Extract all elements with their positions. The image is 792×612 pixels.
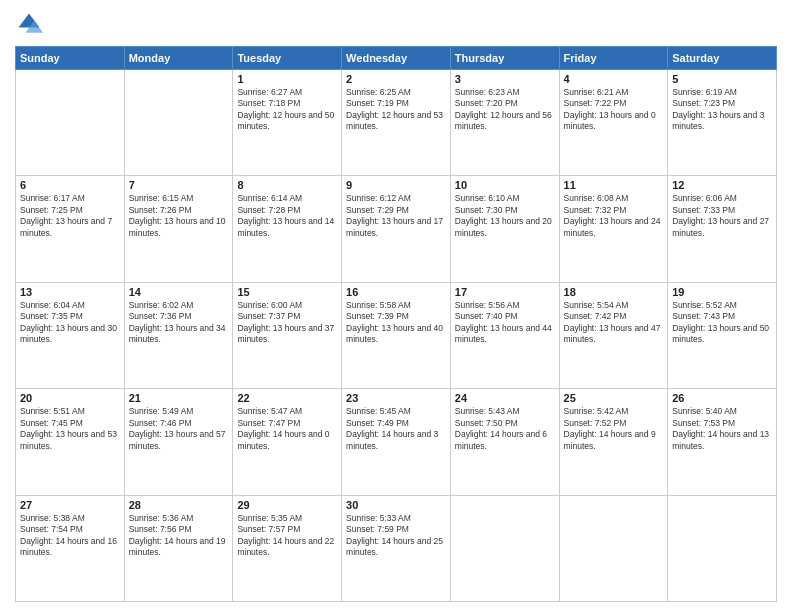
week-row-4: 20Sunrise: 5:51 AM Sunset: 7:45 PM Dayli… <box>16 389 777 495</box>
day-number: 20 <box>20 392 120 404</box>
weekday-header-wednesday: Wednesday <box>342 47 451 70</box>
day-number: 9 <box>346 179 446 191</box>
calendar-cell: 21Sunrise: 5:49 AM Sunset: 7:46 PM Dayli… <box>124 389 233 495</box>
calendar-cell: 26Sunrise: 5:40 AM Sunset: 7:53 PM Dayli… <box>668 389 777 495</box>
day-info: Sunrise: 6:06 AM Sunset: 7:33 PM Dayligh… <box>672 193 772 239</box>
weekday-header-saturday: Saturday <box>668 47 777 70</box>
calendar-cell: 13Sunrise: 6:04 AM Sunset: 7:35 PM Dayli… <box>16 282 125 388</box>
calendar-table: SundayMondayTuesdayWednesdayThursdayFrid… <box>15 46 777 602</box>
day-number: 25 <box>564 392 664 404</box>
day-number: 24 <box>455 392 555 404</box>
day-info: Sunrise: 6:21 AM Sunset: 7:22 PM Dayligh… <box>564 87 664 133</box>
calendar-cell <box>559 495 668 601</box>
calendar-cell: 9Sunrise: 6:12 AM Sunset: 7:29 PM Daylig… <box>342 176 451 282</box>
day-info: Sunrise: 6:15 AM Sunset: 7:26 PM Dayligh… <box>129 193 229 239</box>
day-info: Sunrise: 6:08 AM Sunset: 7:32 PM Dayligh… <box>564 193 664 239</box>
calendar-cell: 15Sunrise: 6:00 AM Sunset: 7:37 PM Dayli… <box>233 282 342 388</box>
day-number: 1 <box>237 73 337 85</box>
day-number: 11 <box>564 179 664 191</box>
day-number: 17 <box>455 286 555 298</box>
weekday-header-thursday: Thursday <box>450 47 559 70</box>
calendar-cell: 25Sunrise: 5:42 AM Sunset: 7:52 PM Dayli… <box>559 389 668 495</box>
day-number: 14 <box>129 286 229 298</box>
day-number: 23 <box>346 392 446 404</box>
calendar-cell: 11Sunrise: 6:08 AM Sunset: 7:32 PM Dayli… <box>559 176 668 282</box>
day-info: Sunrise: 5:43 AM Sunset: 7:50 PM Dayligh… <box>455 406 555 452</box>
calendar-cell: 17Sunrise: 5:56 AM Sunset: 7:40 PM Dayli… <box>450 282 559 388</box>
weekday-header-row: SundayMondayTuesdayWednesdayThursdayFrid… <box>16 47 777 70</box>
day-info: Sunrise: 5:51 AM Sunset: 7:45 PM Dayligh… <box>20 406 120 452</box>
calendar-cell: 16Sunrise: 5:58 AM Sunset: 7:39 PM Dayli… <box>342 282 451 388</box>
week-row-3: 13Sunrise: 6:04 AM Sunset: 7:35 PM Dayli… <box>16 282 777 388</box>
calendar-cell: 2Sunrise: 6:25 AM Sunset: 7:19 PM Daylig… <box>342 70 451 176</box>
day-info: Sunrise: 6:04 AM Sunset: 7:35 PM Dayligh… <box>20 300 120 346</box>
calendar-cell <box>450 495 559 601</box>
day-info: Sunrise: 6:25 AM Sunset: 7:19 PM Dayligh… <box>346 87 446 133</box>
calendar-cell: 24Sunrise: 5:43 AM Sunset: 7:50 PM Dayli… <box>450 389 559 495</box>
day-number: 6 <box>20 179 120 191</box>
day-info: Sunrise: 5:36 AM Sunset: 7:56 PM Dayligh… <box>129 513 229 559</box>
day-info: Sunrise: 5:45 AM Sunset: 7:49 PM Dayligh… <box>346 406 446 452</box>
calendar-cell <box>668 495 777 601</box>
day-number: 21 <box>129 392 229 404</box>
day-info: Sunrise: 5:58 AM Sunset: 7:39 PM Dayligh… <box>346 300 446 346</box>
calendar-cell: 6Sunrise: 6:17 AM Sunset: 7:25 PM Daylig… <box>16 176 125 282</box>
day-number: 13 <box>20 286 120 298</box>
day-number: 4 <box>564 73 664 85</box>
logo-icon <box>15 10 43 38</box>
calendar-cell: 20Sunrise: 5:51 AM Sunset: 7:45 PM Dayli… <box>16 389 125 495</box>
day-info: Sunrise: 6:14 AM Sunset: 7:28 PM Dayligh… <box>237 193 337 239</box>
day-number: 26 <box>672 392 772 404</box>
calendar-cell <box>124 70 233 176</box>
day-info: Sunrise: 5:54 AM Sunset: 7:42 PM Dayligh… <box>564 300 664 346</box>
day-info: Sunrise: 5:52 AM Sunset: 7:43 PM Dayligh… <box>672 300 772 346</box>
calendar-cell: 8Sunrise: 6:14 AM Sunset: 7:28 PM Daylig… <box>233 176 342 282</box>
calendar-cell: 3Sunrise: 6:23 AM Sunset: 7:20 PM Daylig… <box>450 70 559 176</box>
day-number: 29 <box>237 499 337 511</box>
day-number: 7 <box>129 179 229 191</box>
week-row-1: 1Sunrise: 6:27 AM Sunset: 7:18 PM Daylig… <box>16 70 777 176</box>
calendar-cell: 5Sunrise: 6:19 AM Sunset: 7:23 PM Daylig… <box>668 70 777 176</box>
calendar-cell: 29Sunrise: 5:35 AM Sunset: 7:57 PM Dayli… <box>233 495 342 601</box>
day-number: 5 <box>672 73 772 85</box>
day-number: 3 <box>455 73 555 85</box>
day-info: Sunrise: 6:19 AM Sunset: 7:23 PM Dayligh… <box>672 87 772 133</box>
week-row-2: 6Sunrise: 6:17 AM Sunset: 7:25 PM Daylig… <box>16 176 777 282</box>
day-info: Sunrise: 5:42 AM Sunset: 7:52 PM Dayligh… <box>564 406 664 452</box>
day-number: 22 <box>237 392 337 404</box>
weekday-header-tuesday: Tuesday <box>233 47 342 70</box>
calendar-cell: 27Sunrise: 5:38 AM Sunset: 7:54 PM Dayli… <box>16 495 125 601</box>
calendar-cell <box>16 70 125 176</box>
page: SundayMondayTuesdayWednesdayThursdayFrid… <box>0 0 792 612</box>
day-number: 8 <box>237 179 337 191</box>
day-info: Sunrise: 6:17 AM Sunset: 7:25 PM Dayligh… <box>20 193 120 239</box>
calendar-cell: 30Sunrise: 5:33 AM Sunset: 7:59 PM Dayli… <box>342 495 451 601</box>
calendar-cell: 23Sunrise: 5:45 AM Sunset: 7:49 PM Dayli… <box>342 389 451 495</box>
weekday-header-monday: Monday <box>124 47 233 70</box>
day-info: Sunrise: 6:00 AM Sunset: 7:37 PM Dayligh… <box>237 300 337 346</box>
day-number: 19 <box>672 286 772 298</box>
day-info: Sunrise: 5:49 AM Sunset: 7:46 PM Dayligh… <box>129 406 229 452</box>
weekday-header-friday: Friday <box>559 47 668 70</box>
day-number: 18 <box>564 286 664 298</box>
weekday-header-sunday: Sunday <box>16 47 125 70</box>
calendar-cell: 28Sunrise: 5:36 AM Sunset: 7:56 PM Dayli… <box>124 495 233 601</box>
day-info: Sunrise: 5:56 AM Sunset: 7:40 PM Dayligh… <box>455 300 555 346</box>
day-info: Sunrise: 5:40 AM Sunset: 7:53 PM Dayligh… <box>672 406 772 452</box>
day-number: 2 <box>346 73 446 85</box>
day-number: 27 <box>20 499 120 511</box>
day-info: Sunrise: 6:27 AM Sunset: 7:18 PM Dayligh… <box>237 87 337 133</box>
day-number: 30 <box>346 499 446 511</box>
day-number: 10 <box>455 179 555 191</box>
calendar-cell: 7Sunrise: 6:15 AM Sunset: 7:26 PM Daylig… <box>124 176 233 282</box>
day-info: Sunrise: 5:47 AM Sunset: 7:47 PM Dayligh… <box>237 406 337 452</box>
day-info: Sunrise: 5:38 AM Sunset: 7:54 PM Dayligh… <box>20 513 120 559</box>
calendar-cell: 10Sunrise: 6:10 AM Sunset: 7:30 PM Dayli… <box>450 176 559 282</box>
calendar-cell: 14Sunrise: 6:02 AM Sunset: 7:36 PM Dayli… <box>124 282 233 388</box>
logo <box>15 10 47 38</box>
calendar-cell: 1Sunrise: 6:27 AM Sunset: 7:18 PM Daylig… <box>233 70 342 176</box>
calendar-cell: 4Sunrise: 6:21 AM Sunset: 7:22 PM Daylig… <box>559 70 668 176</box>
calendar-cell: 19Sunrise: 5:52 AM Sunset: 7:43 PM Dayli… <box>668 282 777 388</box>
day-info: Sunrise: 6:10 AM Sunset: 7:30 PM Dayligh… <box>455 193 555 239</box>
day-info: Sunrise: 6:23 AM Sunset: 7:20 PM Dayligh… <box>455 87 555 133</box>
